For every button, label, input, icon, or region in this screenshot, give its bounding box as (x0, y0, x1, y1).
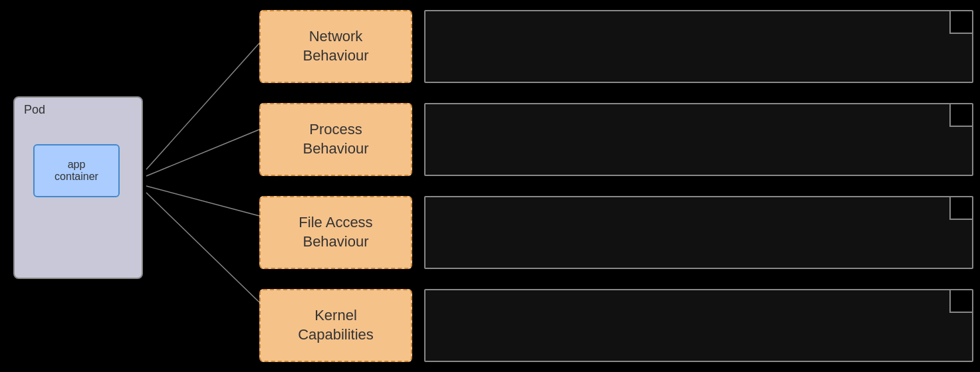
pod-label: Pod (24, 103, 45, 117)
behaviour-row-network: Network Behaviour (259, 7, 973, 86)
svg-line-1 (146, 130, 259, 176)
svg-line-3 (146, 193, 259, 302)
network-document-box (424, 10, 973, 83)
behaviours-section: Network Behaviour Process Behaviour File… (259, 7, 973, 365)
network-behaviour-label: Network Behaviour (259, 10, 412, 83)
file-access-behaviour-text: File Access Behaviour (299, 213, 372, 251)
process-behaviour-text: Process Behaviour (303, 120, 368, 158)
diagram-container: Pod appcontainer Network Behaviour Proce… (0, 0, 980, 372)
app-container-box: appcontainer (33, 144, 120, 197)
behaviour-row-file-access: File Access Behaviour (259, 193, 973, 272)
behaviour-row-process: Process Behaviour (259, 100, 973, 179)
file-access-behaviour-label: File Access Behaviour (259, 196, 412, 269)
process-document-box (424, 103, 973, 176)
process-behaviour-label: Process Behaviour (259, 103, 412, 176)
kernel-behaviour-text: Kernel Capabilities (298, 306, 374, 344)
network-behaviour-text: Network Behaviour (303, 27, 368, 65)
pod-box: Pod appcontainer (13, 96, 143, 279)
kernel-doc-corner (951, 290, 972, 312)
behaviour-row-kernel: Kernel Capabilities (259, 286, 973, 365)
file-access-doc-corner (951, 197, 972, 219)
svg-line-2 (146, 186, 259, 216)
kernel-document-box (424, 289, 973, 362)
network-doc-corner (951, 11, 972, 33)
kernel-behaviour-label: Kernel Capabilities (259, 289, 412, 362)
svg-line-0 (146, 43, 259, 169)
file-access-document-box (424, 196, 973, 269)
process-doc-corner (951, 104, 972, 126)
app-container-label: appcontainer (55, 159, 98, 183)
